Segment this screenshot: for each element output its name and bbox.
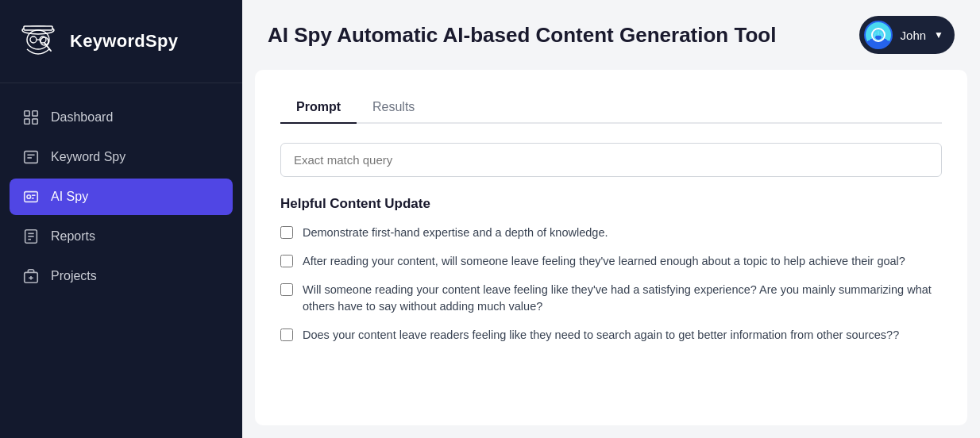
sidebar-item-ai-spy[interactable]: AI Spy xyxy=(10,179,233,215)
sidebar-item-projects[interactable]: Projects xyxy=(10,258,233,294)
sidebar-item-dashboard[interactable]: Dashboard xyxy=(10,99,233,136)
logo-area: KeywordSpy xyxy=(0,0,242,83)
checkbox-1[interactable] xyxy=(280,226,293,239)
checkbox-4[interactable] xyxy=(280,328,293,341)
checkbox-label-2: After reading your content, will someone… xyxy=(303,253,905,271)
sidebar: KeywordSpy Dashboard Keyword Spy xyxy=(0,0,242,438)
logo-icon xyxy=(16,19,60,63)
sidebar-item-label: Projects xyxy=(51,269,97,283)
checkbox-3[interactable] xyxy=(280,283,293,296)
sidebar-item-keyword-spy[interactable]: Keyword Spy xyxy=(10,139,233,175)
content-card: Prompt Results Helpful Content Update De… xyxy=(255,70,967,425)
tab-prompt[interactable]: Prompt xyxy=(280,92,357,124)
user-name: John xyxy=(901,29,927,42)
ai-spy-icon xyxy=(22,188,40,206)
list-item: Demonstrate first-hand expertise and a d… xyxy=(280,225,942,242)
svg-rect-10 xyxy=(25,119,29,124)
projects-icon xyxy=(22,267,40,285)
sidebar-item-label: Keyword Spy xyxy=(51,150,125,164)
svg-rect-9 xyxy=(33,111,37,116)
list-item: Does your content leave readers feeling … xyxy=(280,327,942,344)
nav-list: Dashboard Keyword Spy AI Spy xyxy=(0,93,242,301)
main-content: AI Spy Automatic AI-based Content Genera… xyxy=(242,0,980,438)
tab-bar: Prompt Results xyxy=(280,92,942,124)
svg-point-26 xyxy=(872,29,884,41)
sidebar-item-label: AI Spy xyxy=(51,190,88,204)
dashboard-icon xyxy=(22,109,40,126)
sidebar-item-label: Dashboard xyxy=(51,110,113,125)
list-item: Will someone reading your content leave … xyxy=(280,282,942,317)
checkbox-2[interactable] xyxy=(280,255,293,267)
checkbox-label-3: Will someone reading your content leave … xyxy=(303,282,942,317)
svg-point-3 xyxy=(30,36,37,43)
reports-icon xyxy=(22,228,40,245)
list-item: After reading your content, will someone… xyxy=(280,253,942,271)
svg-rect-12 xyxy=(25,152,38,163)
user-menu[interactable]: John ▼ xyxy=(859,16,955,54)
svg-point-16 xyxy=(27,195,31,199)
top-bar: AI Spy Automatic AI-based Content Genera… xyxy=(242,0,980,70)
checkbox-list: Demonstrate first-hand expertise and a d… xyxy=(280,225,942,344)
search-input[interactable] xyxy=(280,143,942,177)
svg-rect-11 xyxy=(33,119,37,124)
sidebar-item-reports[interactable]: Reports xyxy=(10,218,233,255)
tab-results[interactable]: Results xyxy=(357,92,430,124)
sidebar-item-label: Reports xyxy=(51,229,95,244)
power-icon xyxy=(870,27,886,43)
keyword-spy-icon xyxy=(22,148,40,166)
page-title: AI Spy Automatic AI-based Content Genera… xyxy=(268,23,776,48)
chevron-down-icon: ▼ xyxy=(934,29,943,40)
checkbox-label-1: Demonstrate first-hand expertise and a d… xyxy=(303,225,608,242)
svg-rect-8 xyxy=(25,111,29,116)
logo-text: KeywordSpy xyxy=(70,31,178,52)
section-title: Helpful Content Update xyxy=(280,196,942,212)
avatar xyxy=(864,21,893,49)
checkbox-label-4: Does your content leave readers feeling … xyxy=(303,327,899,344)
